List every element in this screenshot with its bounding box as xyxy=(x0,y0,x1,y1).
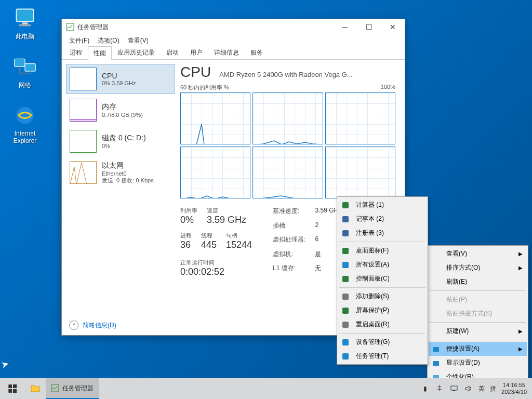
sidebar-item-disk[interactable]: 磁盘 0 (C: D:) 0% xyxy=(66,126,175,156)
tray-security-icon[interactable]: ▮ xyxy=(420,384,430,393)
stat-value: 3.59 GHz xyxy=(207,215,246,225)
disk-mini-graph xyxy=(70,130,97,153)
stat-key: 基准速度: xyxy=(273,207,305,220)
system-tray: ▮ 英 拼 14:16:55 2023/4/10 xyxy=(415,382,532,395)
menu-item[interactable]: 所有设置(A) xyxy=(338,258,427,272)
stat-val: 无 xyxy=(315,264,338,277)
desktop-icon-network[interactable]: 网络 xyxy=(5,54,45,90)
menu-item[interactable]: 屏幕保护(P) xyxy=(338,303,427,317)
menu-view[interactable]: 查看(V) xyxy=(124,35,153,46)
svg-rect-4 xyxy=(25,64,35,72)
tray-clock[interactable]: 14:16:55 2023/4/10 xyxy=(501,382,527,395)
ethernet-mini-graph xyxy=(70,161,97,184)
menu-item[interactable]: 设备管理(G) xyxy=(338,335,427,349)
close-button[interactable]: ✕ xyxy=(381,19,405,35)
tab-details[interactable]: 详细信息 xyxy=(208,46,245,59)
stat-val: 2 xyxy=(315,221,338,235)
menu-item[interactable]: 新建(W)▶ xyxy=(429,324,527,338)
main-subtitle: AMD Ryzen 5 2400G with Radeon Vega G... xyxy=(219,71,353,78)
svg-rect-22 xyxy=(342,339,349,345)
tray-usb-icon[interactable] xyxy=(435,384,444,393)
menu-item[interactable]: 排序方式(O)▶ xyxy=(429,261,527,275)
stat-val: 6 xyxy=(315,235,338,249)
core-graph-1 xyxy=(252,92,323,144)
svg-rect-1 xyxy=(22,22,28,24)
menu-item[interactable]: 任务管理(T) xyxy=(338,349,427,363)
desktop-context-menu: 查看(V)▶排序方式(O)▶刷新(E)粘贴(P)粘贴快捷方式(S)新建(W)▶便… xyxy=(427,245,528,385)
stat-key: 虚拟处理器: xyxy=(273,235,305,249)
menu-file[interactable]: 文件(F) xyxy=(65,35,94,46)
menu-item[interactable]: 显示设置(D) xyxy=(429,356,527,370)
svg-rect-26 xyxy=(453,390,455,391)
svg-rect-10 xyxy=(433,347,439,352)
tab-processes[interactable]: 进程 xyxy=(64,46,88,59)
graph-label-left: 60 秒内的利用率 % xyxy=(180,84,229,91)
stat-label: 线程 xyxy=(201,232,217,240)
sidebar-title: 以太网 xyxy=(102,161,171,170)
svg-rect-24 xyxy=(51,384,59,392)
sidebar-item-memory[interactable]: 内存 0.7/8.0 GB (9%) xyxy=(66,95,175,125)
svg-rect-21 xyxy=(342,322,349,328)
menu-item[interactable]: 刷新(E) xyxy=(429,275,527,289)
stat-label: 利用率 xyxy=(180,207,197,215)
cpu-mini-graph xyxy=(70,68,97,90)
menu-item[interactable]: 添加删除(S) xyxy=(338,289,427,303)
titlebar[interactable]: 任务管理器 ─ ☐ ✕ xyxy=(62,19,405,35)
taskbar-file-explorer[interactable] xyxy=(25,378,46,399)
tray-network-icon[interactable] xyxy=(449,384,459,393)
desktop-icon-label: 网络 xyxy=(5,81,45,90)
svg-rect-16 xyxy=(342,248,349,254)
stat-key: 插槽: xyxy=(273,221,305,235)
taskbar-task-manager[interactable]: 任务管理器 xyxy=(46,378,99,399)
menu-item: 粘贴快捷方式(S) xyxy=(429,307,527,321)
memory-mini-graph xyxy=(70,99,97,122)
menu-item[interactable]: 计算器 (1) xyxy=(338,198,427,212)
stat-value: 0% xyxy=(180,215,197,225)
svg-rect-17 xyxy=(342,262,349,268)
ime-indicator[interactable]: 英 xyxy=(478,384,485,393)
menu-item[interactable]: 记事本 (2) xyxy=(338,212,427,226)
tab-app-history[interactable]: 应用历史记录 xyxy=(112,46,161,59)
folder-icon xyxy=(30,383,41,394)
uptime-value: 0:00:02:52 xyxy=(180,267,252,277)
ie-icon xyxy=(12,103,37,128)
main-title: CPU xyxy=(180,64,211,81)
svg-rect-25 xyxy=(451,386,457,390)
menu-item[interactable]: 重启桌面(R) xyxy=(338,317,427,331)
stat-value: 445 xyxy=(201,240,217,250)
maximize-button[interactable]: ☐ xyxy=(357,19,381,35)
svg-rect-0 xyxy=(17,9,34,22)
core-graph-0 xyxy=(180,92,250,144)
menu-item[interactable]: 控制面板(C) xyxy=(338,272,427,286)
stat-val: 是 xyxy=(315,250,338,263)
desktop-icon-label: Internet Explorer xyxy=(5,130,45,144)
menu-item[interactable]: 注册表 (3) xyxy=(338,226,427,240)
stat-label: 句柄 xyxy=(226,232,252,240)
tab-startup[interactable]: 启动 xyxy=(161,46,184,59)
menu-item[interactable]: 桌面图标(F) xyxy=(338,244,427,258)
menu-item[interactable]: 便捷设置(A)▶ xyxy=(429,342,527,356)
svg-rect-2 xyxy=(19,24,31,26)
core-graph-5 xyxy=(325,147,395,198)
desktop-icon-ie[interactable]: Internet Explorer xyxy=(5,103,45,144)
svg-rect-20 xyxy=(342,308,349,314)
monitor-icon xyxy=(12,5,37,30)
core-graph-4 xyxy=(252,147,323,198)
sidebar-item-cpu[interactable]: CPU 0% 3.59 GHz xyxy=(66,64,175,94)
app-icon xyxy=(66,23,74,31)
start-button[interactable] xyxy=(0,378,25,399)
tab-users[interactable]: 用户 xyxy=(184,46,208,59)
svg-rect-18 xyxy=(342,276,349,282)
menu-item[interactable]: 查看(V)▶ xyxy=(429,247,527,261)
desktop-icon-this-pc[interactable]: 此电脑 xyxy=(5,5,45,41)
ime-mode[interactable]: 拼 xyxy=(490,384,496,393)
svg-rect-3 xyxy=(15,59,25,66)
sidebar-item-ethernet[interactable]: 以太网 Ethernet0 发送: 0 接收: 0 Kbps xyxy=(66,157,175,188)
tab-performance[interactable]: 性能 xyxy=(88,46,112,60)
tray-volume-icon[interactable] xyxy=(464,384,473,393)
stat-val: 3.59 GH xyxy=(315,207,338,220)
minimize-button[interactable]: ─ xyxy=(333,19,357,35)
stat-label: 速度 xyxy=(207,207,246,215)
menu-options[interactable]: 选项(O) xyxy=(94,35,123,46)
tab-services[interactable]: 服务 xyxy=(245,46,269,59)
